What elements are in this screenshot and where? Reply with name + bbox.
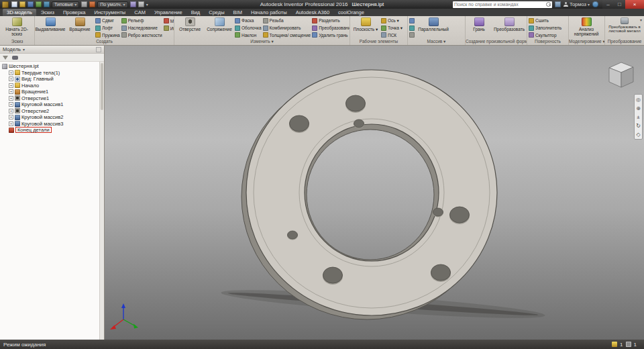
revolve-button[interactable]: Вращение [66,17,94,38]
close-button[interactable]: × [625,0,644,9]
tree-item-hole2[interactable]: + Отверстие2 [0,108,99,115]
tree-item-origin[interactable]: + Начало [0,83,99,89]
stitch-button[interactable]: Сшить [529,17,561,24]
3d-viewport[interactable]: ◎ ⊕ ± ↻ ◇ [105,46,644,340]
sweep-button[interactable]: Сдвиг [95,17,120,24]
tree-item-circular-pattern1[interactable]: + Круговой массив1 [0,101,99,108]
work-point-button[interactable]: Точка ▾ [381,25,402,32]
save-icon[interactable] [28,1,34,7]
expand-icon[interactable]: + [9,115,13,119]
thicken-offset-button[interactable]: Толщина/ смещение [263,32,311,38]
convert-to-sheetmetal-button[interactable]: Преобразовать в листовой металл [606,17,643,38]
browser-header[interactable]: Модель ▾ [0,46,104,54]
measure-icon[interactable] [130,1,136,7]
new-file-icon[interactable] [11,1,17,7]
expand-icon[interactable]: + [9,109,13,113]
tab-cam[interactable]: CAM [130,9,150,16]
tab-get-started[interactable]: Начало работы [247,9,291,16]
tab-tools[interactable]: Инструменты [91,9,130,16]
expand-icon[interactable]: + [9,96,13,101]
hole-button[interactable]: Отверстие [176,17,204,38]
filter-icon[interactable] [3,56,8,60]
mirror-button[interactable] [409,32,415,38]
part-model[interactable] [241,70,497,319]
split-button[interactable]: Разделить [312,17,350,24]
parallel-pattern-button[interactable]: Параллельный [416,17,451,38]
fillet-button[interactable]: Сопряжение [205,17,233,38]
stress-analysis-button[interactable]: Анализ напряжений [570,17,602,38]
shell-button[interactable]: Оболочка [235,25,262,32]
tab-environments[interactable]: Среды [205,9,228,16]
direct-edit-button[interactable]: Преобразование [312,25,350,32]
help-icon[interactable] [592,1,598,7]
material-dropdown[interactable]: Типовые ▾ [52,1,79,8]
orbit-icon[interactable]: ↻ [635,121,642,130]
circular-pattern-button[interactable] [409,25,415,32]
return-icon[interactable] [81,1,87,7]
freeform-box-button[interactable]: Грань [467,17,491,38]
emboss-button[interactable]: Рельеф [121,17,162,24]
maximize-button[interactable]: □ [614,0,625,9]
view-cube[interactable] [609,62,633,87]
tree-item-revolution1[interactable]: + Вращение1 [0,89,99,95]
search-icon[interactable] [546,2,551,7]
decal-button[interactable]: Маркировка [164,17,174,24]
loft-button[interactable]: Лофт [95,25,120,32]
combine-button[interactable]: Комбинировать [263,25,311,32]
tab-inspect[interactable]: Проверка [59,9,90,16]
work-plane-button[interactable]: Плоскость ▾ [352,17,380,38]
update-icon[interactable] [89,1,95,7]
extrude-button[interactable]: Выдавливание [36,17,64,38]
minimize-button[interactable]: – [602,0,614,9]
tab-3d-model[interactable]: 3D-модель [3,9,36,16]
tree-item-root[interactable]: Шестерня.ipt [0,63,99,70]
browser-scrollbar[interactable] [99,62,104,340]
search-input[interactable] [454,2,546,7]
a360-icon[interactable] [555,1,561,7]
viewport-canvas[interactable] [105,46,644,340]
thread-button[interactable]: Резьба [263,17,311,24]
tab-a360[interactable]: Autodesk A360 [292,9,333,16]
freeform-convert-button[interactable]: Преобразовать [492,17,526,38]
tab-sketch[interactable]: Эскиз [37,9,58,16]
start-2d-sketch-button[interactable]: Начать 2D-эскиз [1,17,32,38]
tree-item-view-main[interactable]: + Вид: Главный [0,76,99,83]
appearance-dropdown[interactable]: По умолч. ▾ [97,1,127,8]
open-icon[interactable] [19,1,25,7]
work-axis-button[interactable]: Ось ▾ [381,17,402,24]
app-icon[interactable] [2,1,9,8]
undo-icon[interactable] [36,1,42,7]
import-button[interactable]: Импорт [164,25,174,32]
tab-view[interactable]: Вид [187,9,205,16]
delete-face-button[interactable]: Удалить грань [312,32,350,38]
steering-wheel-icon[interactable]: ◎ [635,95,642,103]
tree-item-circular-pattern3[interactable]: + Круговой массив3 [0,121,99,128]
rib-button[interactable]: Ребро жесткости [121,32,162,38]
tree-item-end-of-part[interactable]: Конец детали [0,127,99,134]
zoom-icon[interactable]: ± [635,113,642,121]
rectangular-pattern-button[interactable] [409,17,415,24]
ribbon-options-icon[interactable]: ▾ [640,17,642,22]
look-at-icon[interactable]: ◇ [635,130,642,138]
expand-icon[interactable]: + [9,89,13,94]
expand-icon[interactable]: + [9,70,13,75]
expand-icon[interactable]: + [9,121,13,126]
tree-item-solid-bodies[interactable]: + Твердые тела(1) [0,70,99,77]
chamfer-button[interactable]: Фаска [235,17,262,24]
sculpt-button[interactable]: Скульптор [529,32,561,38]
tree-item-circular-pattern2[interactable]: + Круговой массив2 [0,114,99,121]
tree-item-hole1[interactable]: + Отверстие1 [0,95,99,102]
expand-icon[interactable]: + [9,77,13,81]
tab-manage[interactable]: Управление [150,9,186,16]
pan-icon[interactable]: ⊕ [635,104,642,112]
qat-expand-icon[interactable]: ▾ [146,3,148,7]
parameters-icon[interactable] [138,1,144,7]
derive-button[interactable]: Наследование [121,25,162,32]
sign-in-menu[interactable]: Тормоз ▾ [564,1,590,7]
ucs-button[interactable]: ПСК [381,32,402,38]
find-icon[interactable] [12,56,18,60]
patch-button[interactable]: Заполнитель [529,25,561,32]
browser-close-icon[interactable] [96,47,101,52]
coil-button[interactable]: Пружина [95,32,120,38]
tab-coolorange[interactable]: coolOrange [334,9,368,16]
